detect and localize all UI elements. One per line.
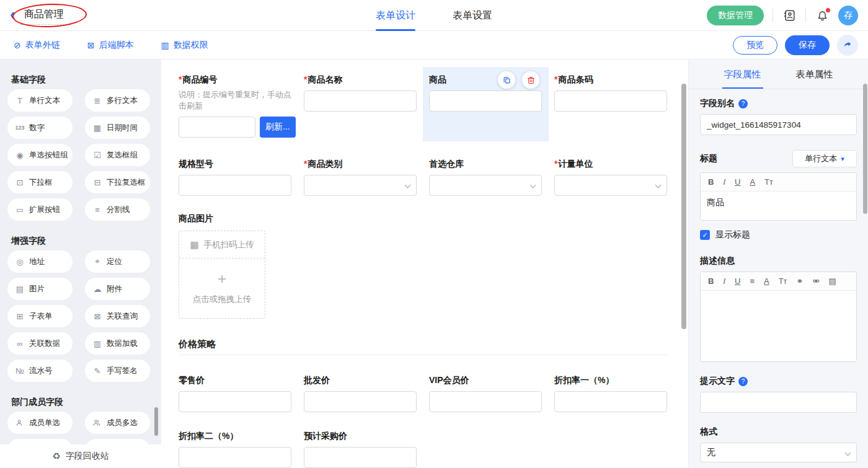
field-barcode[interactable]: *商品条码 [554, 73, 680, 138]
scan-upload-button[interactable]: ▦ 手机扫码上传 [179, 231, 265, 258]
field-pill[interactable]: ⊡下拉框 [7, 171, 73, 193]
tab-form-design[interactable]: 表单设计 [376, 0, 415, 31]
insert-image-button[interactable]: ▤ [828, 276, 836, 286]
backend-script-link[interactable]: ⊠ 后端脚本 [87, 40, 134, 51]
preview-button[interactable]: 预览 [733, 36, 777, 55]
save-button[interactable]: 保存 [785, 35, 830, 55]
notification-bell-icon[interactable] [815, 8, 830, 23]
barcode-input[interactable] [554, 91, 667, 112]
purchase-price-input[interactable] [304, 447, 417, 468]
field-product-name[interactable]: *商品名称 [304, 73, 429, 138]
field-pill[interactable]: ⊠关联查询 [85, 305, 150, 327]
field-pill[interactable]: 成员多选 [85, 412, 150, 434]
form-canvas[interactable]: *商品编号 说明：提示编号重复时，手动点击刷新 刷新... *商品名称 商品 *… [161, 60, 688, 468]
field-pill[interactable]: ◉单选按钮组 [7, 144, 73, 166]
unit-select[interactable] [554, 175, 667, 196]
refresh-button[interactable]: 刷新... [260, 117, 296, 138]
canvas-scrollbar-thumb[interactable] [681, 84, 686, 329]
form-external-link[interactable]: ⊘ 表单外链 [14, 40, 60, 51]
field-pill[interactable]: T单行文本 [7, 89, 73, 112]
help-icon[interactable]: ? [738, 377, 748, 386]
data-permission-link[interactable]: ▥ 数据权限 [161, 40, 208, 51]
title-editor-content[interactable]: 商品 [701, 192, 856, 220]
underline-button[interactable]: U [735, 276, 740, 286]
tab-form-settings[interactable]: 表单设置 [453, 0, 492, 31]
tab-form-properties[interactable]: 表单属性 [796, 60, 833, 89]
field-pill[interactable]: ⊞子表单 [7, 305, 73, 327]
field-pill[interactable]: ≣多行文本 [85, 89, 150, 112]
field-pill[interactable]: ☑复选框组 [85, 144, 150, 166]
alias-input[interactable] [700, 114, 857, 135]
field-pill[interactable]: ⌖定位 [85, 250, 150, 273]
field-product-code[interactable]: *商品编号 说明：提示编号重复时，手动点击刷新 刷新... [179, 73, 304, 138]
field-product-selected[interactable]: 商品 [429, 73, 554, 138]
field-purchase-price[interactable]: 预计采购价 [304, 430, 429, 468]
italic-button[interactable]: I [723, 276, 725, 286]
field-pill[interactable]: 成员单选 [7, 412, 73, 434]
field-vip-price[interactable]: VIP会员价 [429, 374, 554, 412]
field-recycle-bin[interactable]: ♻ 字段回收站 [0, 444, 161, 468]
panel-scrollbar-thumb[interactable] [863, 84, 867, 214]
field-warehouse[interactable]: 首选仓库 [429, 157, 554, 196]
description-editor-content[interactable] [701, 291, 856, 361]
field-wholesale-price[interactable]: 批发价 [304, 374, 429, 412]
field-pill[interactable]: ▦日期时间 [85, 117, 150, 139]
drag-upload-button[interactable]: + 点击或拖拽上传 [179, 258, 265, 318]
align-button[interactable]: ≡ [750, 276, 755, 286]
show-title-checkbox[interactable]: ✓ [700, 230, 710, 240]
contacts-book-icon[interactable] [782, 8, 797, 23]
discount-2-input[interactable] [179, 447, 291, 468]
product-name-input[interactable] [304, 91, 417, 112]
field-pill[interactable]: №流水号 [7, 360, 73, 382]
font-size-button[interactable]: Tт [779, 276, 787, 286]
vip-price-input[interactable] [429, 391, 542, 412]
retail-price-input[interactable] [179, 391, 291, 412]
field-pill[interactable]: ▤图片 [7, 278, 73, 300]
italic-button[interactable]: I [723, 177, 725, 187]
field-pill[interactable]: ☁附件 [85, 278, 150, 300]
image-upload-box[interactable]: ▦ 手机扫码上传 + 点击或拖拽上传 [179, 231, 265, 319]
insert-link-button[interactable]: ⚭ [797, 276, 804, 286]
field-pill[interactable]: ✎手写签名 [85, 360, 150, 382]
category-select[interactable] [304, 175, 417, 196]
user-avatar[interactable]: 存 [838, 6, 858, 25]
field-pill[interactable]: ◎地址 [7, 250, 73, 273]
product-code-input[interactable] [179, 117, 255, 138]
price-section-divider[interactable]: 价格策略 [179, 338, 688, 355]
field-product-image[interactable]: 商品图片 ▦ 手机扫码上传 + 点击或拖拽上传 [179, 212, 688, 319]
field-discount-1[interactable]: 折扣率一（%） [554, 374, 680, 412]
spec-input[interactable] [179, 175, 291, 196]
font-color-button[interactable]: A [764, 276, 769, 286]
field-pill[interactable]: ∞关联数据 [7, 332, 73, 355]
wholesale-price-input[interactable] [304, 391, 417, 412]
hint-input[interactable] [700, 392, 857, 413]
title-type-select[interactable]: 单行文本 ▾ [792, 150, 857, 167]
warehouse-select[interactable] [429, 175, 542, 196]
remove-link-button[interactable]: ⚮ [812, 276, 819, 286]
field-retail-price[interactable]: 零售价 [179, 374, 304, 412]
field-category[interactable]: *商品类别 [304, 157, 429, 196]
discount-1-input[interactable] [554, 391, 667, 412]
product-input[interactable] [429, 91, 542, 112]
title-editor[interactable]: B I U A Tт 商品 [700, 172, 857, 221]
field-discount-2[interactable]: 折扣率二（%） [179, 430, 304, 468]
underline-button[interactable]: U [735, 177, 740, 187]
description-editor[interactable]: B I U ≡ A Tт ⚭ ⚮ ▤ [700, 272, 857, 362]
field-pill[interactable]: 123数字 [7, 117, 73, 139]
field-unit[interactable]: *计量单位 [554, 157, 680, 196]
field-pill[interactable]: ≡分割线 [85, 198, 150, 221]
help-icon[interactable]: ? [738, 99, 748, 108]
font-size-button[interactable]: Tт [764, 177, 773, 187]
field-pill[interactable]: ⊟下拉复选框 [85, 171, 150, 193]
bold-button[interactable]: B [708, 177, 714, 187]
field-pill[interactable]: ▥数据加载 [85, 332, 150, 355]
font-color-button[interactable]: A [750, 177, 755, 187]
bold-button[interactable]: B [708, 276, 714, 286]
format-select[interactable]: 无 [700, 443, 857, 462]
share-button[interactable] [837, 35, 858, 56]
field-spec[interactable]: 规格型号 [179, 157, 304, 196]
sidebar-scrollbar-thumb[interactable] [154, 407, 158, 436]
field-pill[interactable]: ▭扩展按钮 [7, 198, 73, 221]
data-manage-button[interactable]: 数据管理 [707, 6, 764, 25]
tab-field-properties[interactable]: 字段属性 [724, 60, 761, 89]
